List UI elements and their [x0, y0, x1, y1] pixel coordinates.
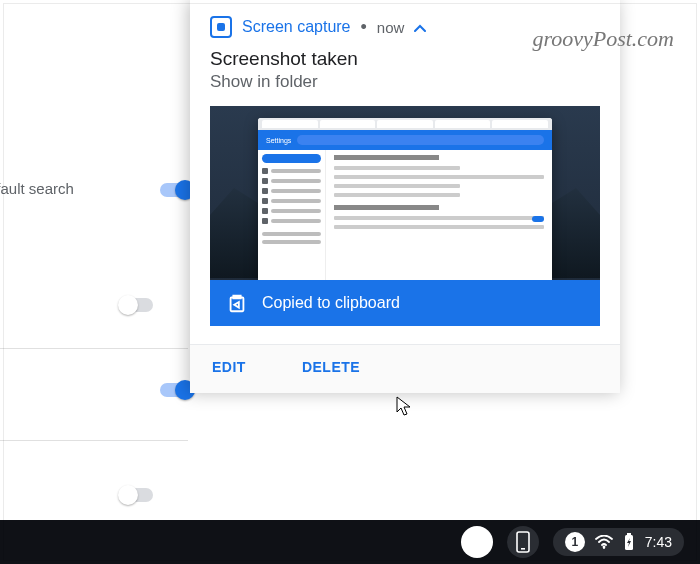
- settings-row-label: efault search: [0, 180, 74, 197]
- show-in-folder-link[interactable]: Show in folder: [210, 72, 600, 92]
- preview-topbar: Settings: [258, 130, 552, 150]
- edit-button[interactable]: EDIT: [212, 359, 246, 375]
- wifi-icon: [595, 535, 613, 549]
- toggle-row-4[interactable]: [121, 488, 153, 502]
- preview-search-bar: [297, 135, 544, 145]
- notification-actions: EDIT DELETE: [190, 344, 620, 393]
- clipboard-text: Copied to clipboard: [262, 294, 400, 312]
- divider: [0, 440, 188, 441]
- taskbar-notification-thumb[interactable]: [461, 526, 493, 558]
- preview-chrome-window: Settings: [258, 118, 552, 306]
- preview-tabstrip: [258, 118, 552, 130]
- screenshot-preview[interactable]: Settings: [210, 106, 600, 326]
- svg-rect-4: [627, 533, 631, 535]
- clipboard-banner: Copied to clipboard: [210, 280, 600, 326]
- mouse-cursor-icon: [396, 396, 412, 418]
- battery-charging-icon: [623, 533, 635, 551]
- taskbar: 1 7:43: [0, 520, 700, 564]
- toggle-row-2[interactable]: [121, 298, 153, 312]
- notification-time: now: [377, 19, 405, 36]
- separator-dot: •: [361, 17, 367, 38]
- status-tray[interactable]: 1 7:43: [553, 528, 684, 556]
- phone-hub-icon[interactable]: [507, 526, 539, 558]
- notification-app-name: Screen capture: [242, 18, 351, 36]
- svg-rect-1: [521, 548, 525, 550]
- notification-count-badge: 1: [565, 532, 585, 552]
- watermark: groovyPost.com: [532, 26, 674, 52]
- notification-panel: Screen capture • now Screenshot taken Sh…: [190, 0, 620, 393]
- chevron-up-icon[interactable]: [414, 19, 426, 35]
- toggle-default-search[interactable]: [160, 183, 192, 197]
- delete-button[interactable]: DELETE: [302, 359, 360, 375]
- toggle-row-3[interactable]: [160, 383, 192, 397]
- taskbar-clock: 7:43: [645, 534, 672, 550]
- screen-capture-icon: [210, 16, 232, 38]
- preview-app-title: Settings: [266, 137, 291, 144]
- settings-list-peek: efault search: [0, 0, 208, 520]
- divider: [0, 348, 188, 349]
- clipboard-icon: [226, 292, 248, 314]
- svg-point-2: [602, 546, 605, 549]
